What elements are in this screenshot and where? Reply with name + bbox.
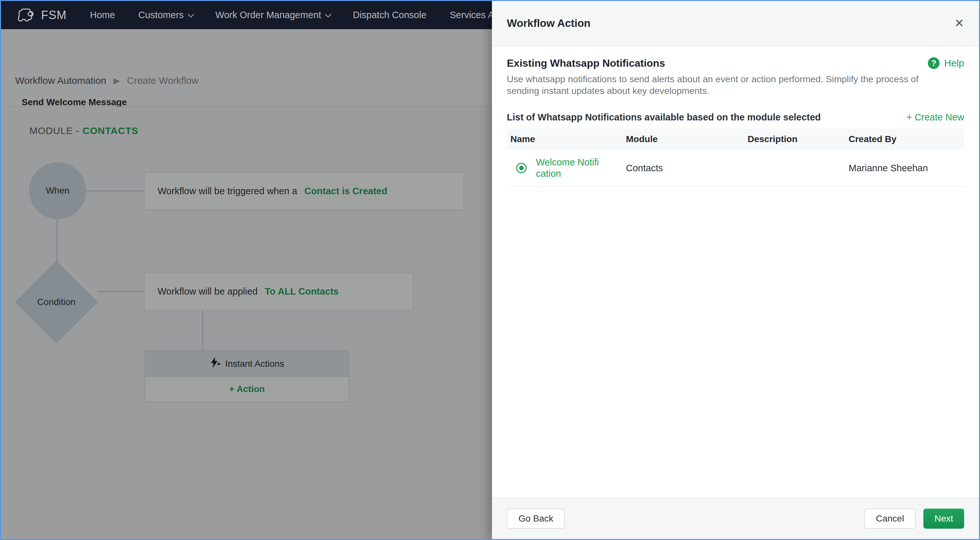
help-question-icon: ?	[928, 57, 940, 69]
brand[interactable]: FSM	[18, 7, 67, 23]
panel-footer: Go Back Cancel Next	[492, 498, 979, 539]
table-row[interactable]: Welcome Notifi cation Contacts Marianne …	[507, 150, 964, 187]
list-label: List of Whatsapp Notifications available…	[507, 112, 821, 123]
fsm-truck-logo-icon	[18, 7, 35, 23]
brand-name: FSM	[41, 8, 67, 22]
column-header-module: Module	[626, 134, 748, 144]
module-cell: Contacts	[626, 163, 748, 174]
section-description: Use whatsapp notifications to send alert…	[507, 73, 944, 97]
nav-item-home[interactable]: Home	[90, 10, 115, 21]
table-header-row: Name Module Description Created By	[507, 129, 964, 150]
next-button[interactable]: Next	[923, 508, 964, 529]
column-header-description: Description	[748, 134, 849, 144]
help-button[interactable]: ? Help	[928, 57, 964, 69]
panel-title: Workflow Action	[507, 17, 591, 29]
modal-backdrop-overlay[interactable]	[1, 29, 493, 539]
panel-header: Workflow Action ✕	[492, 1, 979, 46]
notification-name-link[interactable]: Welcome Notifi cation	[536, 157, 599, 179]
panel-body: Existing Whatsapp Notifications ? Help U…	[492, 46, 979, 498]
help-label: Help	[944, 57, 964, 68]
radio-selected-icon[interactable]	[516, 163, 527, 173]
column-header-name: Name	[507, 134, 626, 144]
create-new-link[interactable]: + Create New	[907, 112, 964, 123]
cancel-button[interactable]: Cancel	[864, 508, 916, 529]
nav-item-customers[interactable]: Customers	[138, 10, 192, 21]
close-icon[interactable]: ✕	[955, 16, 964, 30]
chevron-down-icon	[188, 11, 194, 18]
go-back-button[interactable]: Go Back	[507, 508, 565, 529]
nav-item-dispatch-console[interactable]: Dispatch Console	[353, 10, 426, 21]
workflow-action-panel: Workflow Action ✕ Existing Whatsapp Noti…	[492, 1, 979, 539]
notifications-table: Name Module Description Created By Welco…	[507, 129, 964, 187]
created-by-cell: Marianne Sheehan	[849, 163, 964, 174]
name-cell: Welcome Notifi cation	[507, 157, 626, 179]
nav-items: Home Customers Work Order Management Dis…	[90, 10, 504, 21]
section-heading: Existing Whatsapp Notifications	[507, 57, 665, 69]
column-header-created-by: Created By	[849, 134, 964, 144]
chevron-down-icon	[325, 11, 331, 18]
nav-item-work-order-management[interactable]: Work Order Management	[216, 10, 330, 21]
